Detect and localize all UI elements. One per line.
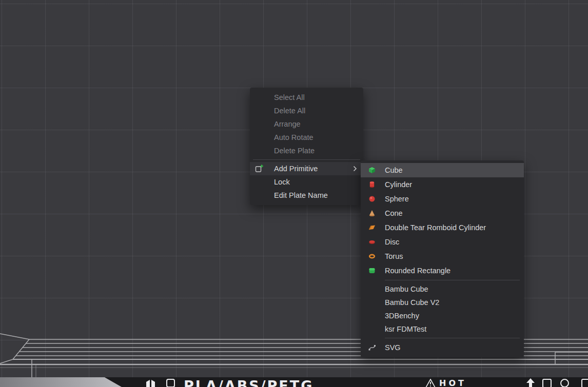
circle-marker-icon: [560, 379, 569, 387]
hot-label: HOT: [439, 378, 466, 387]
menu-item-label: Delete Plate: [274, 147, 315, 155]
menu-item-edit-plate-name[interactable]: Edit Plate Name: [250, 189, 363, 202]
submenu-item-label: ksr FDMTest: [385, 325, 426, 333]
submenu-item-3dbenchy[interactable]: 3DBenchy: [361, 309, 524, 322]
sphere-icon: [368, 195, 376, 202]
plate-type-label: PLA/ABS/PETG: [184, 378, 313, 387]
submenu-item-label: Cylinder: [385, 180, 412, 189]
add-primitive-submenu: Cube Cylinder Sphere Cone: [361, 160, 524, 357]
rounded-rectangle-icon: [368, 267, 376, 274]
menu-item-label: Select All: [274, 93, 305, 101]
submenu-item-cylinder[interactable]: Cylinder: [361, 177, 524, 192]
submenu-item-label: Double Tear Romboid Cylinder: [385, 223, 486, 232]
bambu-logo-icon: [145, 379, 156, 387]
menu-item-select-all[interactable]: Select All: [250, 91, 363, 104]
hot-warning-icon: [425, 379, 436, 387]
menu-item-label: Delete All: [274, 107, 305, 115]
cube-icon: [368, 167, 376, 174]
submenu-item-label: Sphere: [385, 195, 409, 203]
menu-item-label: Add Primitive: [274, 165, 318, 173]
menu-item-label: Lock: [274, 178, 290, 186]
menu-item-delete-plate[interactable]: Delete Plate: [250, 144, 363, 157]
submenu-item-label: Cone: [385, 209, 403, 217]
submenu-item-label: Cube: [385, 166, 403, 174]
submenu-item-torus[interactable]: Torus: [361, 249, 524, 263]
add-primitive-icon: [255, 165, 264, 173]
menu-item-add-primitive[interactable]: Add Primitive: [250, 162, 363, 175]
submenu-item-label: Torus: [385, 252, 403, 260]
menu-item-label: Arrange: [274, 120, 301, 128]
3d-viewport[interactable]: PLA/ABS/PETG HOT Select All Delete All A…: [0, 0, 588, 387]
disc-icon: [368, 238, 376, 246]
plate-badge-icon: [166, 379, 175, 387]
submenu-item-label: Disc: [385, 238, 399, 246]
torus-icon: [368, 253, 376, 260]
cylinder-icon: [368, 181, 376, 188]
partial-marker-icon: [581, 379, 588, 387]
submenu-item-svg[interactable]: SVG: [361, 340, 524, 355]
submenu-item-label: 3DBenchy: [385, 312, 419, 320]
menu-item-arrange[interactable]: Arrange: [250, 117, 363, 131]
square-marker-icon: [542, 379, 552, 387]
menu-item-auto-rotate[interactable]: Auto Rotate: [250, 131, 363, 144]
submenu-item-double-tear-romboid-cylinder[interactable]: Double Tear Romboid Cylinder: [361, 220, 524, 235]
double-tear-romboid-cylinder-icon: [368, 224, 376, 231]
chevron-right-icon: [353, 166, 357, 172]
svg-curve-icon: [368, 344, 376, 351]
submenu-item-label: Rounded Rectangle: [385, 267, 450, 275]
submenu-item-label: Bambu Cube V2: [385, 298, 439, 307]
submenu-item-ksr-fdmtest[interactable]: ksr FDMTest: [361, 322, 524, 336]
plate-context-menu: Select All Delete All Arrange Auto Rotat…: [250, 88, 363, 205]
menu-item-lock[interactable]: Lock: [250, 175, 363, 189]
submenu-item-sphere[interactable]: Sphere: [361, 192, 524, 206]
submenu-item-bambu-cube-v2[interactable]: Bambu Cube V2: [361, 296, 524, 309]
submenu-separator: [385, 280, 520, 280]
menu-item-label: Edit Plate Name: [274, 191, 328, 199]
submenu-item-rounded-rectangle[interactable]: Rounded Rectangle: [361, 263, 524, 278]
submenu-item-disc[interactable]: Disc: [361, 235, 524, 249]
submenu-item-label: Bambu Cube: [385, 285, 428, 293]
submenu-item-label: SVG: [385, 343, 401, 352]
cone-icon: [368, 210, 376, 217]
submenu-separator: [385, 338, 520, 338]
menu-separator: [253, 159, 360, 160]
menu-item-label: Auto Rotate: [274, 133, 313, 141]
arrow-up-icon: [526, 378, 535, 387]
submenu-item-bambu-cube[interactable]: Bambu Cube: [361, 282, 524, 296]
plate-corner-cut: [0, 377, 122, 387]
plate-front-label-bar: PLA/ABS/PETG HOT: [0, 377, 588, 387]
menu-item-delete-all[interactable]: Delete All: [250, 104, 363, 117]
submenu-item-cone[interactable]: Cone: [361, 206, 524, 220]
submenu-item-cube[interactable]: Cube: [361, 163, 524, 177]
